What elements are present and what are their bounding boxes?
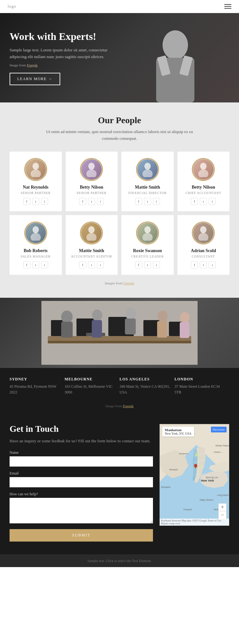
- people-title: Our People: [10, 115, 229, 125]
- submit-button[interactable]: SUBMIT: [10, 529, 153, 542]
- person-role: CHIEF ACCOUNTANT: [185, 191, 221, 195]
- svg-point-4: [33, 163, 39, 170]
- svg-point-6: [88, 163, 95, 170]
- office-location: SYDNEY 45 Pirrama Rd, Pyrmont NSW 2022: [10, 377, 65, 395]
- people-subtitle: Ut enim ad minim veniam, quis nostrud ex…: [43, 129, 196, 142]
- instagram-icon[interactable]: i: [97, 261, 104, 268]
- instagram-icon[interactable]: i: [97, 198, 104, 205]
- avatar-ring: [24, 221, 47, 244]
- map-directions-button[interactable]: Directions: [211, 427, 227, 432]
- facebook-icon[interactable]: f: [191, 198, 198, 205]
- office-freepik-link[interactable]: Freepik: [123, 404, 134, 408]
- svg-text:Green—: Green—: [214, 451, 222, 453]
- zoom-out-button[interactable]: −: [219, 511, 226, 519]
- message-textarea[interactable]: [10, 498, 153, 523]
- footer-text: Sample text. Click to select the Text El…: [4, 559, 235, 563]
- name-input[interactable]: [10, 456, 153, 467]
- avatar-ring: [24, 158, 47, 181]
- freepik-link[interactable]: Freepik: [27, 63, 38, 67]
- learn-more-button[interactable]: LEARN MORE →: [10, 73, 60, 85]
- twitter-icon[interactable]: t: [144, 261, 151, 268]
- svg-rect-38: [157, 321, 167, 338]
- hero-section: Work with Experts! Sample large text. Lo…: [0, 13, 239, 102]
- person-card: Bob Roberts SALES MANAGER f t i: [10, 215, 62, 275]
- social-icons: f t i: [135, 198, 160, 205]
- footer: Sample text. Click to select the Text El…: [0, 554, 239, 567]
- person-card: Nat Reynolds SENIOR PARTNER f t i: [10, 152, 62, 211]
- social-icons: f t i: [135, 261, 160, 268]
- facebook-icon[interactable]: f: [135, 261, 142, 268]
- svg-point-10: [200, 163, 206, 170]
- social-icons: f t i: [79, 198, 104, 205]
- social-icons: f t i: [23, 261, 48, 268]
- twitter-icon[interactable]: t: [200, 198, 207, 205]
- twitter-icon[interactable]: t: [88, 261, 95, 268]
- svg-point-33: [92, 310, 102, 321]
- instagram-icon[interactable]: i: [209, 198, 216, 205]
- avatar-ring: [192, 158, 215, 181]
- facebook-icon[interactable]: f: [79, 198, 86, 205]
- office-location: MELBOURNE 163 Collins St, Melbourne VIC …: [65, 377, 120, 395]
- email-input[interactable]: [10, 477, 153, 487]
- person-card: Betty Nilson CHIEF ACCOUNTANT f t i: [177, 152, 230, 211]
- person-role: ACCOUNTANT AUDITOR: [71, 255, 112, 258]
- person-name: Roxie Swanson: [133, 248, 162, 253]
- instagram-icon[interactable]: i: [209, 261, 216, 268]
- svg-point-15: [86, 233, 97, 241]
- svg-rect-36: [125, 318, 136, 334]
- zoom-in-button[interactable]: +: [219, 504, 226, 511]
- office-city: LOS ANGELES: [120, 377, 171, 382]
- svg-rect-34: [92, 320, 102, 338]
- contact-subtitle: Have an inquiry or some feedbak for us? …: [10, 438, 153, 444]
- instagram-icon[interactable]: i: [153, 261, 160, 268]
- office-location: LONDON 37 Main Street London EC34 5TB: [175, 377, 230, 395]
- person-role: SENIOR PARTNER: [76, 191, 106, 195]
- twitter-icon[interactable]: t: [32, 198, 39, 205]
- hero-text: Sample large text. Lorem ipsum dolor sit…: [10, 47, 112, 60]
- svg-text:Long Island: Long Island: [217, 494, 228, 497]
- map-zoom-controls[interactable]: + −: [218, 503, 227, 519]
- facebook-icon[interactable]: f: [23, 198, 30, 205]
- instagram-icon[interactable]: i: [41, 198, 48, 205]
- instagram-icon[interactable]: i: [41, 261, 48, 268]
- person-card: Mattie Smith FINANCIAL DIRECTOR f t i: [121, 152, 174, 211]
- person-card: Mattie Smith ACCOUNTANT AUDITOR f t i: [66, 215, 118, 275]
- facebook-icon[interactable]: f: [23, 261, 30, 268]
- svg-point-16: [144, 226, 151, 233]
- svg-text:New York: New York: [201, 479, 214, 482]
- office-address: 340 Main St, Venice CA 902291, USA: [120, 384, 171, 395]
- svg-point-5: [31, 169, 41, 177]
- help-label: How can we help?: [10, 492, 153, 497]
- avatar: [81, 159, 102, 180]
- avatar-ring: [80, 158, 103, 181]
- person-card: Betty Nilson SENIOR PARTNER f t i: [66, 152, 118, 211]
- hamburger-menu[interactable]: [224, 4, 231, 9]
- facebook-icon[interactable]: f: [135, 198, 142, 205]
- twitter-icon[interactable]: t: [200, 261, 207, 268]
- facebook-icon[interactable]: f: [191, 261, 198, 268]
- contact-form: Get in Touch Have an inquiry or some fee…: [10, 424, 153, 542]
- twitter-icon[interactable]: t: [88, 198, 95, 205]
- office-locations: SYDNEY 45 Pirrama Rd, Pyrmont NSW 2022 M…: [0, 368, 239, 404]
- facebook-icon[interactable]: f: [79, 261, 86, 268]
- svg-point-11: [198, 169, 208, 177]
- person-card: Adrian Scold CONSULTANT f t i: [177, 215, 230, 275]
- twitter-icon[interactable]: t: [144, 198, 151, 205]
- instagram-icon[interactable]: i: [153, 198, 160, 205]
- svg-text:Yonkers: Yonkers: [179, 452, 188, 455]
- avatar: [137, 223, 158, 243]
- svg-rect-24: [48, 341, 191, 343]
- avatar-ring: [136, 221, 159, 244]
- office-city: MELBOURNE: [65, 377, 117, 382]
- map[interactable]: Yonkers Newark Elizabeth New York BROOKL…: [159, 424, 229, 526]
- name-label: Name: [10, 450, 153, 455]
- offices-section: SYDNEY 45 Pirrama Rd, Pyrmont NSW 2022 M…: [0, 298, 239, 414]
- avatar-ring: [192, 221, 215, 244]
- svg-text:Newark: Newark: [169, 468, 178, 471]
- people-freepik-link[interactable]: Freepik: [124, 281, 134, 285]
- svg-text:BROOKLYN: BROOKLYN: [206, 476, 218, 479]
- twitter-icon[interactable]: t: [32, 261, 39, 268]
- social-icons: f t i: [79, 261, 104, 268]
- svg-point-31: [61, 311, 73, 323]
- svg-point-39: [180, 312, 190, 323]
